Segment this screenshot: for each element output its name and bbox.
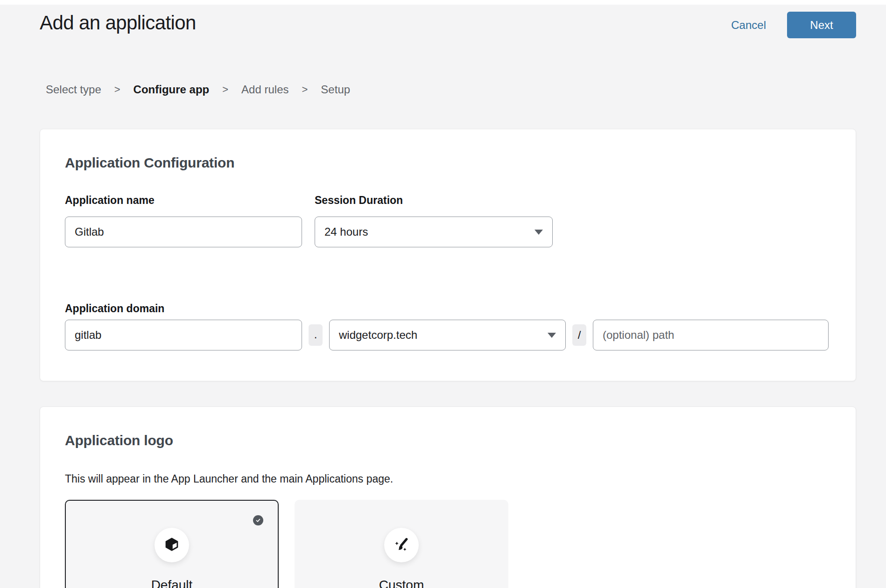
session-duration-label: Session Duration (315, 194, 553, 207)
subdomain-input[interactable] (65, 320, 302, 350)
domain-select[interactable]: widgetcorp.tech (329, 320, 566, 350)
application-name-input[interactable] (65, 217, 302, 247)
application-logo-card: Application logo This will appear in the… (40, 406, 856, 588)
application-domain-label: Application domain (65, 302, 831, 315)
logo-card-heading: Application logo (65, 433, 831, 448)
breadcrumb-separator: > (114, 84, 120, 96)
chevron-down-icon (534, 230, 543, 235)
paintbrush-icon (393, 537, 410, 553)
header-actions: Cancel Next (731, 12, 856, 38)
configuration-card-heading: Application Configuration (65, 155, 831, 171)
application-name-field: Application name (65, 194, 302, 247)
logo-option-label: Default (151, 578, 193, 588)
cube-icon (163, 537, 180, 553)
breadcrumb-separator: > (222, 84, 228, 96)
breadcrumb-separator: > (302, 84, 308, 96)
logo-card-description: This will appear in the App Launcher and… (65, 473, 831, 485)
logo-option-label: Custom (379, 578, 424, 588)
logo-options: Default Custom (65, 500, 831, 588)
page-header: Add an application Cancel Next (40, 12, 856, 38)
logo-option-default[interactable]: Default (65, 500, 279, 588)
session-duration-value: 24 hours (324, 225, 368, 238)
logo-option-custom[interactable]: Custom (295, 500, 508, 588)
dot-separator: . (309, 324, 323, 346)
top-strip (0, 0, 886, 5)
selected-check-badge (253, 515, 263, 525)
session-duration-select[interactable]: 24 hours (315, 217, 553, 247)
breadcrumb: Select type > Configure app > Add rules … (40, 83, 856, 96)
application-configuration-card: Application Configuration Application na… (40, 129, 856, 381)
chevron-down-icon (548, 333, 556, 338)
session-duration-field: Session Duration 24 hours (315, 194, 553, 247)
add-application-page: Add an application Cancel Next Select ty… (0, 5, 886, 588)
application-name-label: Application name (65, 194, 302, 207)
breadcrumb-item-setup[interactable]: Setup (321, 83, 350, 96)
page-title: Add an application (40, 12, 196, 34)
breadcrumb-item-add-rules[interactable]: Add rules (241, 83, 288, 96)
tile-icon-circle (384, 528, 419, 562)
slash-separator: / (572, 324, 586, 346)
breadcrumb-item-select-type[interactable]: Select type (46, 83, 101, 96)
application-domain-row: . widgetcorp.tech / (65, 320, 831, 350)
name-duration-row: Application name Session Duration 24 hou… (65, 194, 831, 247)
cancel-button[interactable]: Cancel (731, 19, 766, 32)
tile-icon-circle (155, 528, 189, 562)
next-button[interactable]: Next (787, 12, 856, 38)
check-icon (255, 518, 261, 523)
path-input[interactable] (593, 320, 829, 350)
breadcrumb-item-configure-app[interactable]: Configure app (134, 83, 210, 96)
domain-select-value: widgetcorp.tech (339, 329, 417, 342)
